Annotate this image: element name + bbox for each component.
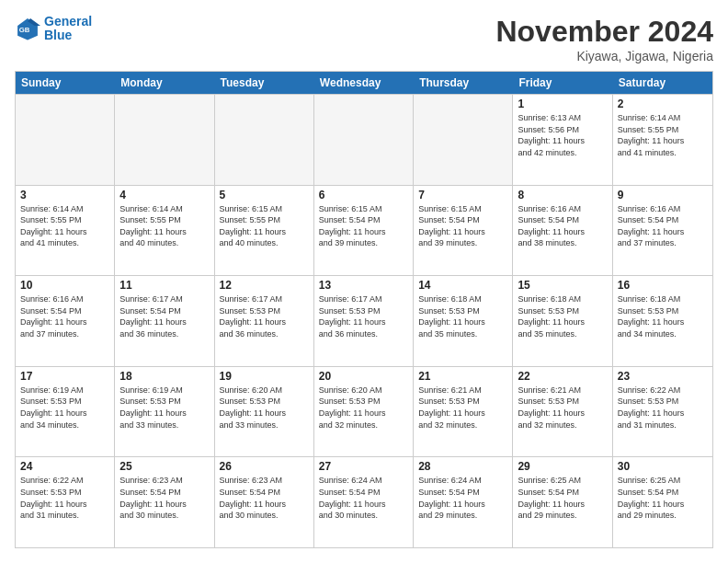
- header-cell-tuesday: Tuesday: [215, 72, 314, 94]
- day-info: Sunrise: 6:14 AM Sunset: 5:55 PM Dayligh…: [618, 112, 708, 158]
- day-info: Sunrise: 6:17 AM Sunset: 5:53 PM Dayligh…: [319, 293, 408, 339]
- calendar: SundayMondayTuesdayWednesdayThursdayFrid…: [15, 71, 713, 548]
- logo-line2: Blue: [44, 28, 72, 42]
- cal-cell: 18Sunrise: 6:19 AM Sunset: 5:53 PM Dayli…: [115, 367, 214, 457]
- day-info: Sunrise: 6:20 AM Sunset: 5:53 PM Dayligh…: [220, 385, 309, 431]
- cal-cell: 29Sunrise: 6:25 AM Sunset: 5:54 PM Dayli…: [513, 457, 612, 547]
- day-number: 27: [319, 460, 408, 473]
- cal-cell: 5Sunrise: 6:15 AM Sunset: 5:55 PM Daylig…: [215, 186, 314, 276]
- cal-cell: 8Sunrise: 6:16 AM Sunset: 5:54 PM Daylig…: [513, 186, 612, 276]
- cal-cell: 17Sunrise: 6:19 AM Sunset: 5:53 PM Dayli…: [16, 367, 115, 457]
- cal-cell: 7Sunrise: 6:15 AM Sunset: 5:54 PM Daylig…: [414, 186, 513, 276]
- day-info: Sunrise: 6:16 AM Sunset: 5:54 PM Dayligh…: [20, 293, 109, 339]
- day-number: 26: [220, 460, 309, 473]
- header-cell-saturday: Saturday: [613, 72, 712, 94]
- day-info: Sunrise: 6:22 AM Sunset: 5:53 PM Dayligh…: [20, 475, 109, 521]
- cal-cell: 27Sunrise: 6:24 AM Sunset: 5:54 PM Dayli…: [314, 457, 414, 547]
- day-number: 25: [119, 460, 209, 473]
- cal-cell: 24Sunrise: 6:22 AM Sunset: 5:53 PM Dayli…: [16, 457, 115, 547]
- cal-cell: 3Sunrise: 6:14 AM Sunset: 5:55 PM Daylig…: [16, 186, 115, 276]
- day-number: 21: [418, 370, 507, 383]
- day-info: Sunrise: 6:19 AM Sunset: 5:53 PM Dayligh…: [119, 385, 209, 431]
- day-info: Sunrise: 6:22 AM Sunset: 5:53 PM Dayligh…: [618, 385, 708, 431]
- header-cell-monday: Monday: [115, 72, 214, 94]
- calendar-header: SundayMondayTuesdayWednesdayThursdayFrid…: [16, 72, 712, 94]
- cal-cell: 30Sunrise: 6:25 AM Sunset: 5:54 PM Dayli…: [613, 457, 712, 547]
- cal-cell: 13Sunrise: 6:17 AM Sunset: 5:53 PM Dayli…: [314, 276, 414, 366]
- cal-cell: [115, 95, 214, 185]
- day-info: Sunrise: 6:15 AM Sunset: 5:54 PM Dayligh…: [418, 203, 507, 249]
- page: GB General Blue November 2024 Kiyawa, Ji…: [0, 0, 728, 563]
- cal-cell: [215, 95, 314, 185]
- cal-cell: 25Sunrise: 6:23 AM Sunset: 5:54 PM Dayli…: [115, 457, 214, 547]
- day-number: 8: [518, 189, 607, 201]
- week-row-1: 1Sunrise: 6:13 AM Sunset: 5:56 PM Daylig…: [16, 94, 712, 185]
- day-number: 24: [20, 460, 109, 473]
- day-number: 2: [618, 98, 708, 110]
- day-info: Sunrise: 6:18 AM Sunset: 5:53 PM Dayligh…: [418, 293, 507, 339]
- cal-cell: 20Sunrise: 6:20 AM Sunset: 5:53 PM Dayli…: [314, 367, 414, 457]
- day-number: 15: [518, 279, 607, 292]
- day-number: 9: [618, 189, 708, 201]
- day-info: Sunrise: 6:23 AM Sunset: 5:54 PM Dayligh…: [220, 475, 309, 521]
- day-info: Sunrise: 6:23 AM Sunset: 5:54 PM Dayligh…: [119, 475, 209, 521]
- cal-cell: 11Sunrise: 6:17 AM Sunset: 5:54 PM Dayli…: [115, 276, 214, 366]
- cal-cell: 19Sunrise: 6:20 AM Sunset: 5:53 PM Dayli…: [215, 367, 314, 457]
- day-info: Sunrise: 6:20 AM Sunset: 5:53 PM Dayligh…: [319, 385, 408, 431]
- day-number: 5: [220, 189, 309, 201]
- cal-cell: 15Sunrise: 6:18 AM Sunset: 5:53 PM Dayli…: [513, 276, 612, 366]
- header-cell-thursday: Thursday: [414, 72, 513, 94]
- day-number: 14: [418, 279, 507, 292]
- calendar-body: 1Sunrise: 6:13 AM Sunset: 5:56 PM Daylig…: [16, 94, 712, 547]
- day-info: Sunrise: 6:14 AM Sunset: 5:55 PM Dayligh…: [20, 203, 109, 249]
- day-info: Sunrise: 6:17 AM Sunset: 5:54 PM Dayligh…: [119, 293, 209, 339]
- day-number: 7: [418, 189, 507, 201]
- day-info: Sunrise: 6:19 AM Sunset: 5:53 PM Dayligh…: [20, 385, 109, 431]
- day-info: Sunrise: 6:25 AM Sunset: 5:54 PM Dayligh…: [518, 475, 607, 521]
- cal-cell: 6Sunrise: 6:15 AM Sunset: 5:54 PM Daylig…: [314, 186, 414, 276]
- day-info: Sunrise: 6:16 AM Sunset: 5:54 PM Dayligh…: [518, 203, 607, 249]
- day-number: 1: [518, 98, 607, 110]
- day-number: 22: [518, 370, 607, 383]
- day-info: Sunrise: 6:17 AM Sunset: 5:53 PM Dayligh…: [220, 293, 309, 339]
- day-number: 20: [319, 370, 408, 383]
- day-info: Sunrise: 6:13 AM Sunset: 5:56 PM Dayligh…: [518, 112, 607, 158]
- day-number: 29: [518, 460, 607, 473]
- cal-cell: 22Sunrise: 6:21 AM Sunset: 5:53 PM Dayli…: [513, 367, 612, 457]
- cal-cell: 2Sunrise: 6:14 AM Sunset: 5:55 PM Daylig…: [613, 95, 712, 185]
- cal-cell: 23Sunrise: 6:22 AM Sunset: 5:53 PM Dayli…: [613, 367, 712, 457]
- week-row-4: 17Sunrise: 6:19 AM Sunset: 5:53 PM Dayli…: [16, 366, 712, 457]
- cal-cell: [16, 95, 115, 185]
- day-number: 12: [220, 279, 309, 292]
- header: GB General Blue November 2024 Kiyawa, Ji…: [15, 15, 713, 63]
- header-cell-friday: Friday: [513, 72, 612, 94]
- week-row-5: 24Sunrise: 6:22 AM Sunset: 5:53 PM Dayli…: [16, 456, 712, 547]
- cal-cell: 16Sunrise: 6:18 AM Sunset: 5:53 PM Dayli…: [613, 276, 712, 366]
- day-number: 16: [618, 279, 708, 292]
- day-info: Sunrise: 6:18 AM Sunset: 5:53 PM Dayligh…: [518, 293, 607, 339]
- cal-cell: 9Sunrise: 6:16 AM Sunset: 5:54 PM Daylig…: [613, 186, 712, 276]
- day-number: 23: [618, 370, 708, 383]
- header-cell-wednesday: Wednesday: [314, 72, 414, 94]
- day-number: 17: [20, 370, 109, 383]
- cal-cell: [414, 95, 513, 185]
- day-info: Sunrise: 6:16 AM Sunset: 5:54 PM Dayligh…: [618, 203, 708, 249]
- header-cell-sunday: Sunday: [16, 72, 115, 94]
- month-title: November 2024: [495, 15, 713, 49]
- day-number: 4: [119, 189, 209, 201]
- cal-cell: 1Sunrise: 6:13 AM Sunset: 5:56 PM Daylig…: [513, 95, 612, 185]
- day-number: 11: [119, 279, 209, 292]
- day-number: 3: [20, 189, 109, 201]
- day-number: 6: [319, 189, 408, 201]
- logo-icon: GB: [15, 16, 40, 41]
- cal-cell: 14Sunrise: 6:18 AM Sunset: 5:53 PM Dayli…: [414, 276, 513, 366]
- day-info: Sunrise: 6:18 AM Sunset: 5:53 PM Dayligh…: [618, 293, 708, 339]
- week-row-2: 3Sunrise: 6:14 AM Sunset: 5:55 PM Daylig…: [16, 185, 712, 276]
- svg-text:GB: GB: [19, 26, 30, 34]
- cal-cell: 21Sunrise: 6:21 AM Sunset: 5:53 PM Dayli…: [414, 367, 513, 457]
- week-row-3: 10Sunrise: 6:16 AM Sunset: 5:54 PM Dayli…: [16, 275, 712, 366]
- day-info: Sunrise: 6:24 AM Sunset: 5:54 PM Dayligh…: [418, 475, 507, 521]
- cal-cell: 4Sunrise: 6:14 AM Sunset: 5:55 PM Daylig…: [115, 186, 214, 276]
- cal-cell: [314, 95, 414, 185]
- day-number: 28: [418, 460, 507, 473]
